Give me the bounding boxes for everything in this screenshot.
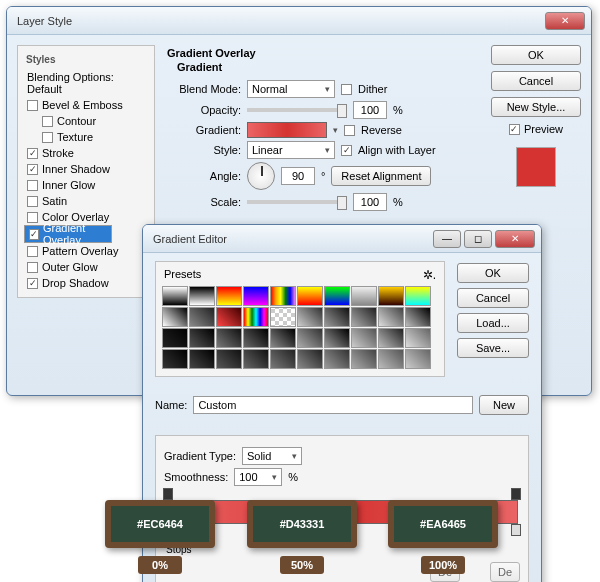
preview-checkbox[interactable]: ✓	[509, 124, 520, 135]
checkbox[interactable]	[27, 196, 38, 207]
dither-checkbox[interactable]	[341, 84, 352, 95]
checkbox[interactable]	[27, 212, 38, 223]
chevron-down-icon: ▾	[325, 84, 330, 94]
style-contour[interactable]: Contour	[24, 113, 148, 129]
close-icon[interactable]: ✕	[545, 12, 585, 30]
reverse-label: Reverse	[361, 124, 402, 136]
minimize-icon[interactable]: —	[433, 230, 461, 248]
color-stop[interactable]	[511, 524, 521, 536]
reset-alignment-button[interactable]: Reset Alignment	[331, 166, 431, 186]
checkbox[interactable]	[42, 132, 53, 143]
presets-label: Presets	[164, 268, 201, 282]
smoothness-label: Smoothness:	[164, 471, 228, 483]
style-stroke[interactable]: ✓Stroke	[24, 145, 148, 161]
callout-color-1: #EC6464	[105, 500, 215, 548]
cancel-button[interactable]: Cancel	[491, 71, 581, 91]
opacity-label: Opacity:	[163, 104, 241, 116]
scale-slider[interactable]	[247, 200, 347, 204]
gradient-type-select[interactable]: Solid▾	[242, 447, 302, 465]
scale-input[interactable]: 100	[353, 193, 387, 211]
checkbox[interactable]	[42, 116, 53, 127]
gradient-editor-titlebar[interactable]: Gradient Editor — ◻ ✕	[143, 225, 541, 253]
style-bevel[interactable]: Bevel & Emboss	[24, 97, 148, 113]
checkbox[interactable]	[27, 262, 38, 273]
blend-mode-label: Blend Mode:	[163, 83, 241, 95]
reverse-checkbox[interactable]	[344, 125, 355, 136]
ge-cancel-button[interactable]: Cancel	[457, 288, 529, 308]
callout-pct-1: 0%	[138, 556, 182, 574]
preview-label: Preview	[524, 123, 563, 135]
style-inner-shadow[interactable]: ✓Inner Shadow	[24, 161, 148, 177]
maximize-icon[interactable]: ◻	[464, 230, 492, 248]
checkbox[interactable]: ✓	[27, 148, 38, 159]
delete-stop-button[interactable]: De	[490, 562, 520, 582]
styles-header: Styles	[24, 52, 148, 69]
angle-input[interactable]: 90	[281, 167, 315, 185]
name-label: Name:	[155, 399, 187, 411]
new-style-button[interactable]: New Style...	[491, 97, 581, 117]
callout-pct-2: 50%	[280, 556, 324, 574]
style-pattern-overlay[interactable]: Pattern Overlay	[24, 243, 148, 259]
style-drop-shadow[interactable]: ✓Drop Shadow	[24, 275, 148, 291]
opacity-input[interactable]: 100	[353, 101, 387, 119]
ge-load-button[interactable]: Load...	[457, 313, 529, 333]
checkbox[interactable]	[27, 100, 38, 111]
scale-label: Scale:	[163, 196, 241, 208]
gear-icon[interactable]: ✲.	[423, 268, 436, 282]
style-satin[interactable]: Satin	[24, 193, 148, 209]
chevron-down-icon[interactable]: ▾	[333, 125, 338, 135]
gradient-swatch[interactable]	[247, 122, 327, 138]
blending-options[interactable]: Blending Options: Default	[24, 69, 148, 97]
name-input[interactable]: Custom	[193, 396, 473, 414]
checkbox[interactable]	[27, 180, 38, 191]
callout-pct-3: 100%	[421, 556, 465, 574]
gradient-label: Gradient:	[163, 124, 241, 136]
callout-color-2: #D43331	[247, 500, 357, 548]
style-gradient-overlay[interactable]: ✓Gradient Overlay	[24, 225, 112, 243]
gradient-type-label: Gradient Type:	[164, 450, 236, 462]
ge-ok-button[interactable]: OK	[457, 263, 529, 283]
chevron-down-icon: ▾	[292, 451, 297, 461]
preset-grid[interactable]	[162, 286, 438, 369]
close-icon[interactable]: ✕	[495, 230, 535, 248]
styles-panel: Styles Blending Options: Default Bevel &…	[17, 45, 155, 298]
ge-save-button[interactable]: Save...	[457, 338, 529, 358]
opacity-stop[interactable]	[511, 488, 521, 500]
style-outer-glow[interactable]: Outer Glow	[24, 259, 148, 275]
layer-style-title: Layer Style	[13, 15, 542, 27]
style-select[interactable]: Linear▾	[247, 141, 335, 159]
chevron-down-icon: ▾	[325, 145, 330, 155]
subsection-title: Gradient	[163, 61, 483, 77]
align-label: Align with Layer	[358, 144, 436, 156]
dither-label: Dither	[358, 83, 387, 95]
new-gradient-button[interactable]: New	[479, 395, 529, 415]
style-inner-glow[interactable]: Inner Glow	[24, 177, 148, 193]
angle-dial[interactable]	[247, 162, 275, 190]
presets-panel: Presets ✲.	[155, 261, 445, 377]
layer-style-titlebar[interactable]: Layer Style ✕	[7, 7, 591, 35]
gradient-editor-title: Gradient Editor	[149, 233, 430, 245]
ok-button[interactable]: OK	[491, 45, 581, 65]
checkbox[interactable]: ✓	[27, 278, 38, 289]
preview-swatch	[516, 147, 556, 187]
smoothness-input[interactable]: 100▾	[234, 468, 282, 486]
chevron-down-icon: ▾	[272, 472, 277, 482]
checkbox[interactable]: ✓	[27, 164, 38, 175]
opacity-slider[interactable]	[247, 108, 347, 112]
checkbox[interactable]	[27, 246, 38, 257]
style-texture[interactable]: Texture	[24, 129, 148, 145]
opacity-stop[interactable]	[163, 488, 173, 500]
callout-color-3: #EA6465	[388, 500, 498, 548]
checkbox[interactable]: ✓	[29, 229, 39, 240]
section-title: Gradient Overlay	[163, 45, 483, 61]
angle-label: Angle:	[163, 170, 241, 182]
blend-mode-select[interactable]: Normal▾	[247, 80, 335, 98]
align-checkbox[interactable]: ✓	[341, 145, 352, 156]
style-label: Style:	[163, 144, 241, 156]
